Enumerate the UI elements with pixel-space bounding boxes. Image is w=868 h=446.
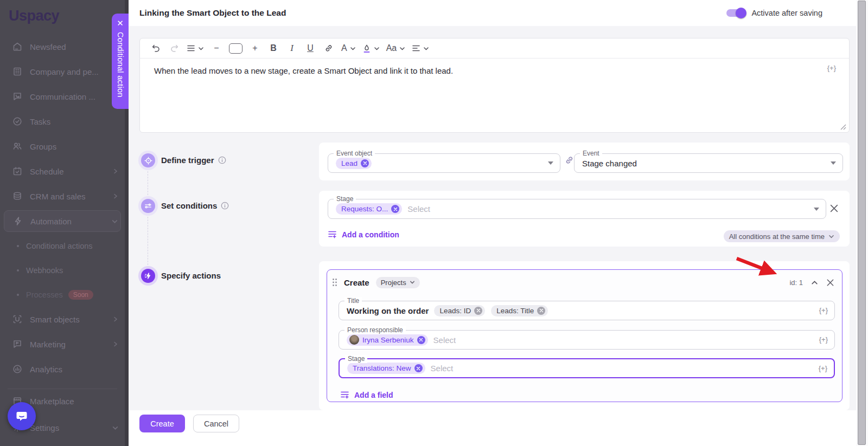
cancel-button[interactable]: Cancel [193, 415, 239, 432]
home-icon [12, 41, 23, 52]
activate-toggle-label: Activate after saving [751, 9, 822, 17]
chevron-down-icon [374, 46, 380, 51]
add-field-button[interactable]: Add a field [340, 390, 393, 399]
entity-dropdown[interactable]: Projects [376, 277, 420, 288]
bold-icon[interactable]: B [267, 42, 279, 55]
text-color-icon[interactable]: A [341, 42, 356, 55]
page-title: Linking the Smart Object to the Lead [139, 8, 286, 18]
chevron-right-icon [113, 169, 118, 174]
insert-variable-token[interactable]: {+} [819, 306, 828, 314]
info-icon[interactable] [218, 156, 226, 164]
sidebar-item-newsfeed[interactable]: Newsfeed [0, 34, 125, 59]
chevron-down-icon [112, 218, 118, 224]
insert-variable-token[interactable]: {+} [819, 364, 827, 372]
conditions-mode-dropdown[interactable]: All conditions at the same time [724, 230, 840, 242]
actions-step-label: Specify actions [161, 271, 221, 280]
title-field[interactable]: Title Working on the order Leads: ID Lea… [339, 301, 835, 320]
create-button[interactable]: Create [139, 415, 185, 432]
sidebar-item-communication[interactable]: Communication ... [0, 84, 125, 109]
people-icon [12, 141, 23, 152]
increase-font-icon[interactable]: + [249, 42, 261, 55]
leads-id-chip: Leads: ID [434, 305, 485, 316]
event-object-label: Event object [334, 150, 375, 158]
font-size-box[interactable] [229, 42, 242, 55]
bullet-icon [17, 294, 19, 296]
trigger-step-icon [138, 151, 158, 170]
sidebar: Uspacy Newsfeed Company and pe... Commun… [0, 0, 125, 446]
drag-handle-icon[interactable] [332, 278, 337, 287]
conditions-step-row: Set conditions [161, 201, 229, 210]
conditional-action-tab[interactable]: ✕ Conditional action [112, 14, 129, 109]
event-value: Stage changed [582, 159, 637, 168]
link-icon[interactable] [323, 42, 335, 55]
marketing-icon [12, 339, 23, 350]
scrollbar-thumb[interactable] [858, 1, 866, 445]
event-select[interactable]: Event Stage changed [574, 153, 843, 173]
underline-icon[interactable]: U [304, 42, 316, 55]
chevron-right-icon [113, 193, 118, 199]
highlight-color-icon[interactable] [362, 42, 380, 55]
sidebar-item-marketing[interactable]: Marketing [0, 332, 125, 357]
modal-header: Linking the Smart Object to the Lead Act… [129, 0, 868, 26]
close-icon[interactable]: ✕ [117, 18, 124, 28]
chevron-right-icon [113, 316, 118, 322]
trigger-step-label: Define trigger [161, 156, 214, 165]
add-condition-button[interactable]: Add a condition [328, 230, 399, 239]
resize-handle-icon[interactable] [840, 124, 846, 130]
dropdown-arrow-icon[interactable] [548, 161, 553, 165]
person-responsible-field[interactable]: Person responsible Iryna Serbeniuk Selec… [339, 330, 835, 350]
sidebar-item-conditional-actions[interactable]: Conditional actions [0, 234, 125, 258]
remove-chip-icon[interactable] [361, 159, 369, 167]
add-list-icon [328, 230, 337, 239]
sidebar-item-crm[interactable]: CRM and sales [0, 184, 125, 209]
chat-widget-button[interactable] [8, 402, 36, 430]
decrease-font-icon[interactable]: − [210, 42, 222, 55]
event-object-select[interactable]: Event object Lead [328, 153, 560, 173]
remove-chip-icon[interactable] [474, 307, 482, 315]
sidebar-item-processes: Processes Soon [0, 282, 125, 307]
chevron-down-icon [828, 234, 834, 240]
remove-chip-icon[interactable] [391, 205, 399, 213]
remove-chip-icon[interactable] [537, 307, 545, 315]
chevron-down-icon [350, 46, 356, 51]
sidebar-item-automation[interactable]: Automation [4, 210, 121, 232]
insert-variable-token[interactable]: {+} [819, 335, 828, 344]
sidebar-item-smart-objects[interactable]: Smart objects [0, 307, 125, 332]
sidebar-item-company[interactable]: Company and pe... [0, 59, 125, 84]
info-icon[interactable] [221, 202, 229, 210]
align-icon[interactable] [412, 42, 429, 55]
actions-step-icon [138, 266, 158, 286]
line-spacing-icon[interactable] [187, 42, 204, 55]
building-icon [12, 66, 23, 77]
insert-variable-token[interactable]: {+} [827, 64, 836, 72]
sidebar-item-tasks[interactable]: Tasks [0, 109, 125, 134]
remove-chip-icon[interactable] [414, 364, 423, 372]
editor-body[interactable]: When the lead moves to a new stage, crea… [140, 59, 849, 132]
activate-toggle[interactable] [726, 9, 745, 17]
select-placeholder: Select [433, 335, 456, 345]
undo-icon[interactable] [150, 42, 162, 55]
link-fields-icon [565, 156, 574, 165]
automation-zap-icon [12, 216, 23, 227]
remove-condition-icon[interactable] [829, 204, 839, 213]
collapse-icon[interactable] [811, 279, 818, 286]
italic-icon[interactable]: I [286, 42, 298, 55]
dropdown-arrow-icon[interactable] [831, 161, 836, 165]
red-arrow-annotation [727, 249, 797, 287]
uspacy-logo[interactable]: Uspacy [0, 0, 125, 34]
sidebar-item-groups[interactable]: Groups [0, 134, 125, 159]
text-style-icon[interactable]: Aa [386, 42, 406, 55]
description-editor[interactable]: − + B I U A Aa When the lead moves to a … [139, 38, 850, 133]
scrollbar[interactable] [856, 0, 868, 446]
remove-chip-icon[interactable] [417, 336, 425, 344]
condition-stage-label: Stage [334, 195, 356, 203]
dropdown-arrow-icon[interactable] [814, 208, 819, 211]
condition-stage-select[interactable]: Stage Requests: O... Select [328, 199, 826, 219]
remove-action-icon[interactable] [826, 279, 834, 287]
stage-field[interactable]: Stage Translations: New Select {+} [339, 358, 835, 378]
sidebar-item-webhooks[interactable]: Webhooks [0, 258, 125, 282]
sidebar-item-schedule[interactable]: Schedule [0, 159, 125, 184]
sidebar-item-analytics[interactable]: Analytics [0, 357, 125, 382]
step-connector [148, 217, 148, 265]
redo-icon[interactable] [168, 42, 180, 55]
